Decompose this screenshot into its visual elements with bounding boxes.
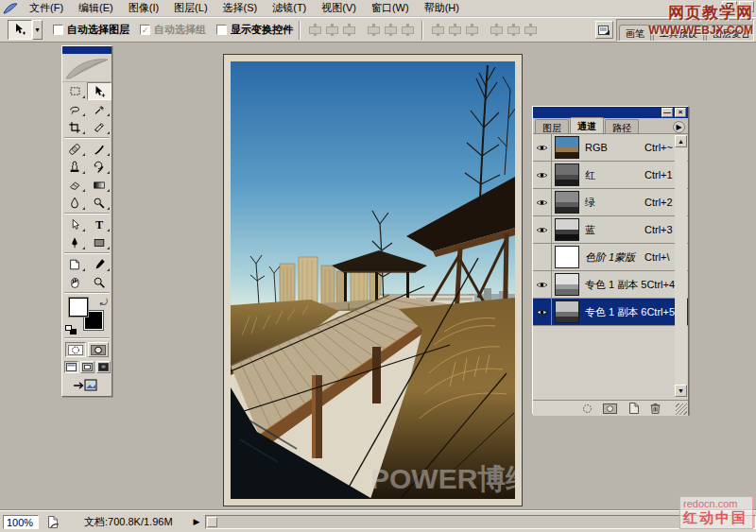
tab-paths[interactable]: 路径 — [605, 119, 639, 133]
standard-screen-mode-button[interactable] — [64, 361, 78, 373]
load-channel-as-selection-button[interactable] — [579, 403, 595, 415]
menu-view[interactable]: 视图(V) — [314, 0, 364, 17]
channel-name: RGB — [585, 142, 644, 153]
path-selection-tool[interactable] — [62, 215, 87, 233]
channel-row-spot-copy-5[interactable]: 专色 1 副本 5 Ctrl+4 — [533, 271, 688, 299]
channel-thumbnail[interactable] — [555, 273, 579, 296]
scrollbar-thumb[interactable] — [207, 517, 217, 527]
channels-scrollbar[interactable]: ▲ ▼ — [675, 135, 687, 397]
channel-thumbnail[interactable] — [555, 246, 579, 268]
healing-brush-tool[interactable] — [62, 140, 87, 158]
current-tool-button[interactable] — [8, 20, 32, 40]
channel-thumbnail[interactable] — [555, 218, 579, 241]
tab-layer-comps[interactable]: 图层复合 — [706, 25, 754, 41]
visibility-toggle[interactable] — [533, 216, 552, 244]
history-brush-tool[interactable] — [87, 158, 112, 176]
magic-wand-tool[interactable] — [87, 100, 112, 118]
channel-row-levels-mask[interactable]: 色阶 1蒙版 Ctrl+\ — [533, 244, 688, 271]
type-tool[interactable]: T — [87, 215, 112, 233]
menu-edit[interactable]: 编辑(E) — [71, 0, 121, 17]
tab-channels[interactable]: 通道 — [570, 117, 604, 133]
channel-thumbnail[interactable] — [555, 191, 579, 214]
hand-tool[interactable] — [62, 273, 87, 291]
channel-thumbnail[interactable] — [555, 136, 579, 159]
toolbox-separator — [64, 213, 110, 215]
palette-tabs: 图层 通道 路径 ▶ — [533, 118, 688, 134]
shape-tool[interactable] — [87, 233, 112, 251]
crop-tool[interactable] — [62, 118, 87, 136]
close-button[interactable]: × — [739, 1, 754, 12]
rectangular-marquee-tool[interactable] — [62, 82, 87, 100]
channel-row-rgb[interactable]: RGB Ctrl+~ — [533, 134, 688, 162]
fullscreen-mode-button[interactable] — [96, 361, 111, 373]
menu-file[interactable]: 文件(F) — [22, 0, 71, 17]
color-swatches: ⤾ — [62, 295, 112, 336]
quick-mask-mode-button[interactable] — [88, 342, 109, 357]
palette-menu-button[interactable]: ▶ — [673, 121, 685, 133]
menu-select[interactable]: 选择(S) — [215, 0, 266, 17]
channel-row-green[interactable]: 绿 Ctrl+2 — [533, 189, 688, 216]
blur-tool[interactable] — [62, 194, 87, 212]
auto-select-layer-checkbox[interactable] — [53, 25, 63, 35]
menu-window[interactable]: 窗口(W) — [364, 0, 417, 17]
eraser-tool[interactable] — [62, 176, 87, 194]
visibility-toggle[interactable] — [533, 189, 552, 216]
menu-image[interactable]: 图像(I) — [121, 0, 166, 17]
auto-select-layer-option[interactable]: 自动选择图层 — [53, 23, 129, 37]
zoom-tool[interactable] — [87, 273, 112, 291]
horizontal-scrollbar[interactable] — [205, 515, 756, 529]
tab-layers[interactable]: 图层 — [535, 119, 569, 133]
menu-help[interactable]: 帮助(H) — [417, 0, 467, 17]
visibility-toggle[interactable] — [533, 271, 552, 299]
channel-row-spot-copy-6-selected[interactable]: 专色 1 副本 6 Ctrl+5 — [533, 299, 688, 326]
palette-close-button[interactable]: × — [675, 108, 686, 117]
show-transform-controls-checkbox[interactable] — [216, 25, 227, 35]
move-tool[interactable] — [87, 82, 112, 100]
eyedropper-tool[interactable] — [87, 255, 112, 273]
visibility-toggle[interactable] — [533, 162, 552, 189]
jump-to-imageready-button[interactable] — [73, 378, 101, 392]
document-canvas[interactable]: POWER博维 — [223, 54, 523, 506]
visibility-toggle[interactable] — [533, 134, 552, 162]
fullscreen-menubar-mode-button[interactable] — [80, 361, 94, 373]
dodge-tool[interactable] — [87, 194, 112, 212]
standard-mode-button[interactable] — [65, 342, 86, 357]
tool-preset-dropdown[interactable]: ▾ — [32, 20, 43, 40]
lasso-tool[interactable] — [62, 100, 87, 118]
status-popup-arrow[interactable]: ▶ — [194, 517, 200, 526]
eye-icon — [536, 144, 548, 152]
file-browser-toggle-button[interactable] — [595, 21, 613, 39]
show-transform-controls-option[interactable]: 显示变换控件 — [216, 23, 293, 37]
scroll-up-button[interactable]: ▲ — [675, 135, 687, 147]
foreground-color-swatch[interactable] — [69, 298, 88, 317]
palette-resize-grip[interactable] — [676, 403, 687, 415]
clone-stamp-tool[interactable] — [62, 158, 87, 176]
pen-tool[interactable] — [62, 233, 87, 251]
channel-row-red[interactable]: 红 Ctrl+1 — [533, 162, 688, 189]
scroll-down-button[interactable]: ▼ — [675, 385, 687, 397]
save-selection-as-channel-button[interactable] — [602, 403, 618, 415]
restore-button[interactable]: ❐ — [722, 1, 737, 12]
swap-colors-icon[interactable]: ⤾ — [100, 297, 108, 308]
default-colors-icon[interactable] — [65, 325, 77, 335]
tab-brushes[interactable]: 画笔 — [619, 25, 651, 41]
visibility-toggle[interactable] — [533, 244, 552, 271]
notes-tool[interactable] — [62, 255, 87, 273]
palette-minimize-button[interactable]: — — [662, 108, 673, 117]
menu-filter[interactable]: 滤镜(T) — [265, 0, 314, 17]
delete-channel-button[interactable] — [647, 403, 663, 415]
visibility-toggle[interactable] — [533, 299, 552, 326]
tab-tool-presets[interactable]: 工具预设 — [653, 25, 704, 41]
brush-tool[interactable] — [87, 140, 112, 158]
palette-title-bar[interactable]: — × — [533, 107, 688, 118]
toolbox-title-bar[interactable] — [62, 46, 112, 54]
slice-tool[interactable] — [87, 118, 112, 136]
channel-thumbnail[interactable] — [555, 163, 579, 186]
gradient-tool[interactable] — [87, 176, 112, 194]
channel-row-blue[interactable]: 蓝 Ctrl+3 — [533, 216, 688, 244]
zoom-level-field[interactable]: 100% — [3, 515, 39, 529]
document-size-info: 文档:700.8K/1.96M — [84, 515, 173, 529]
new-channel-button[interactable] — [625, 403, 641, 415]
channel-thumbnail[interactable] — [555, 300, 579, 323]
menu-layer[interactable]: 图层(L) — [166, 0, 215, 17]
